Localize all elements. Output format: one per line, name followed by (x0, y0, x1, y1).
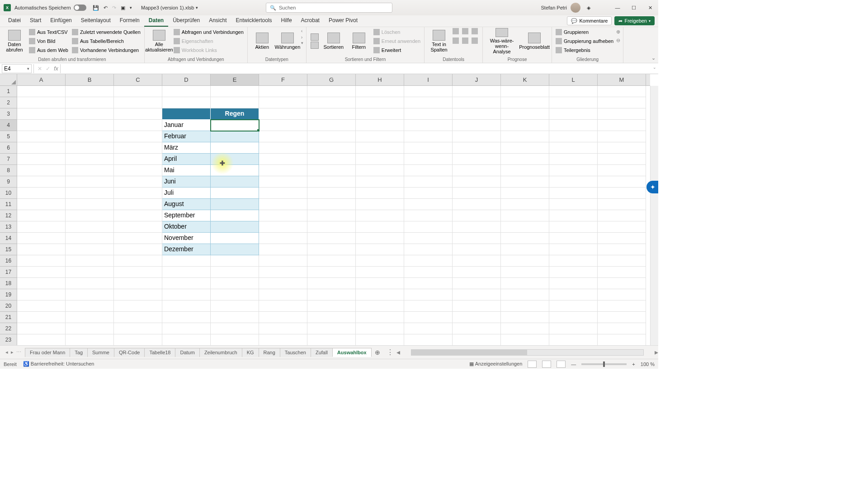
row-header[interactable]: 1 (0, 86, 17, 97)
cell[interactable] (307, 165, 356, 176)
ribbon-tab-acrobat[interactable]: Acrobat (297, 15, 324, 27)
cell[interactable] (259, 131, 307, 142)
ribbon-item[interactable]: Zuletzt verwendete Quellen (71, 28, 142, 36)
name-box[interactable]: E4▾ (2, 64, 32, 73)
sheet-tab[interactable]: Datum (175, 348, 199, 357)
cell[interactable] (356, 108, 404, 120)
row-header[interactable]: 12 (0, 210, 17, 221)
cell[interactable] (211, 221, 259, 233)
cell[interactable] (307, 108, 356, 120)
cell[interactable] (501, 323, 549, 334)
cell[interactable] (17, 108, 66, 120)
row-header[interactable]: 14 (0, 233, 17, 244)
cell[interactable] (17, 255, 66, 267)
column-header[interactable]: B (66, 74, 114, 85)
cell[interactable] (598, 199, 646, 210)
ribbon-item[interactable]: Teilergebnis (555, 46, 614, 54)
formula-input[interactable]: ⌄ (60, 64, 658, 73)
cell[interactable] (307, 199, 356, 210)
cell[interactable] (356, 131, 404, 142)
row-header[interactable]: 3 (0, 108, 17, 120)
remove-duplicates-icon[interactable] (462, 28, 468, 34)
cell[interactable] (162, 108, 211, 120)
row-header[interactable]: 18 (0, 278, 17, 289)
cell[interactable] (501, 97, 549, 108)
cell[interactable] (114, 300, 162, 312)
cell[interactable] (598, 278, 646, 289)
side-panel-button[interactable]: ✦ (646, 181, 658, 193)
cell[interactable] (66, 176, 114, 188)
cell[interactable] (259, 120, 307, 131)
cell[interactable] (356, 176, 404, 188)
cell[interactable] (211, 255, 259, 267)
cell[interactable] (404, 255, 453, 267)
cell[interactable] (501, 267, 549, 278)
cell[interactable] (259, 255, 307, 267)
spreadsheet-grid[interactable]: ABCDEFGHIJKLM 12345678910111213141516171… (0, 74, 658, 354)
cell[interactable] (453, 221, 501, 233)
cell[interactable] (307, 210, 356, 221)
cell[interactable] (549, 255, 598, 267)
cell[interactable] (162, 267, 211, 278)
cell[interactable] (307, 176, 356, 188)
cell[interactable] (114, 334, 162, 346)
ribbon-item[interactable]: Gruppieren (555, 28, 614, 36)
cell[interactable] (66, 300, 114, 312)
fx-button[interactable]: fx (52, 66, 60, 72)
cell[interactable] (404, 221, 453, 233)
cell[interactable] (598, 312, 646, 323)
scroll-left-icon[interactable]: ◂ (396, 348, 400, 357)
cell[interactable] (259, 86, 307, 97)
cell[interactable] (66, 165, 114, 176)
display-settings-button[interactable]: ▦ Anzeigeeinstellungen (469, 361, 522, 367)
cell[interactable] (598, 267, 646, 278)
collapse-ribbon-button[interactable]: ⌄ (651, 55, 656, 61)
cell[interactable] (598, 176, 646, 188)
cell[interactable] (598, 188, 646, 199)
relationships-icon[interactable] (462, 38, 468, 44)
cell[interactable] (501, 244, 549, 255)
expand-icon[interactable]: ⊕ (616, 29, 620, 35)
cell[interactable] (66, 267, 114, 278)
cell[interactable] (307, 244, 356, 255)
cell[interactable] (66, 199, 114, 210)
cell[interactable]: Mai (162, 165, 211, 176)
cell[interactable] (114, 255, 162, 267)
cell[interactable] (259, 188, 307, 199)
cell[interactable] (307, 97, 356, 108)
comments-button[interactable]: 💬Kommentare (567, 16, 612, 25)
cell[interactable] (17, 323, 66, 334)
column-header[interactable]: G (307, 74, 356, 85)
cell[interactable] (66, 334, 114, 346)
ribbon-item[interactable]: Aus dem Web (28, 46, 69, 54)
cell[interactable] (66, 188, 114, 199)
row-header[interactable]: 16 (0, 255, 17, 267)
cell[interactable] (211, 188, 259, 199)
cell[interactable] (259, 97, 307, 108)
row-header[interactable]: 2 (0, 97, 17, 108)
enter-icon[interactable]: ✓ (44, 66, 52, 72)
sheet-tab[interactable]: KG (242, 348, 259, 357)
cell[interactable]: Februar (162, 131, 211, 142)
cell[interactable] (307, 233, 356, 244)
flash-fill-icon[interactable] (453, 28, 459, 34)
cell[interactable] (453, 176, 501, 188)
cell[interactable] (162, 255, 211, 267)
cell[interactable] (259, 108, 307, 120)
cell[interactable] (549, 289, 598, 300)
cell[interactable] (501, 176, 549, 188)
cell[interactable] (17, 300, 66, 312)
cell[interactable] (453, 244, 501, 255)
cell[interactable] (114, 97, 162, 108)
cell[interactable] (259, 154, 307, 165)
ribbon-item[interactable]: Erweitert (373, 46, 421, 54)
cell[interactable] (356, 97, 404, 108)
row-header[interactable]: 23 (0, 334, 17, 346)
cell[interactable] (66, 278, 114, 289)
add-sheet-button[interactable]: ⊕ (371, 349, 384, 356)
cell[interactable] (356, 300, 404, 312)
save-icon[interactable]: 💾 (93, 5, 99, 11)
page-layout-view-button[interactable] (542, 361, 551, 368)
cell[interactable] (259, 289, 307, 300)
cell[interactable] (307, 142, 356, 154)
